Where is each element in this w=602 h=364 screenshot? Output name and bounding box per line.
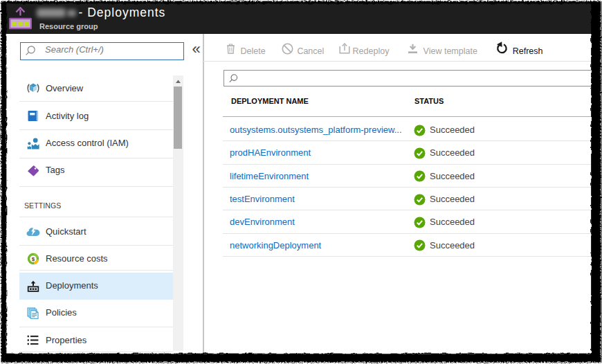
svg-text:$: $	[32, 256, 35, 262]
